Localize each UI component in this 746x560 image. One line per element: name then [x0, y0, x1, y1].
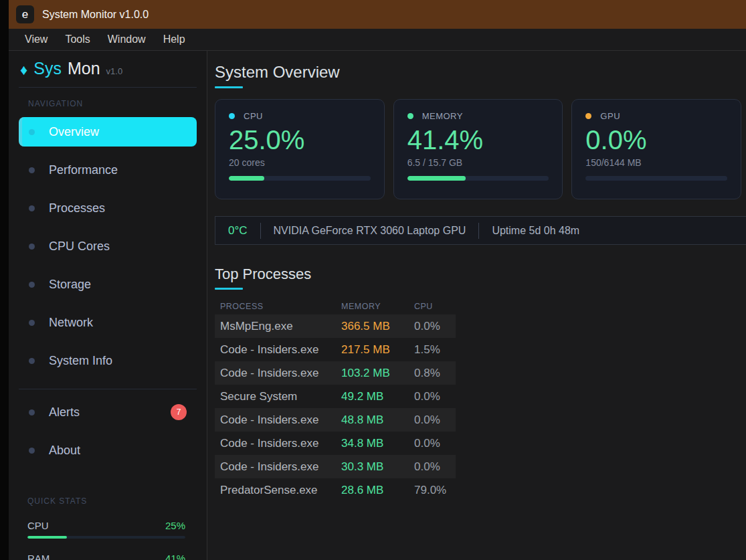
- titlebar: e System Monitor v1.0.0: [9, 0, 746, 29]
- alerts-count-badge: 7: [171, 404, 187, 420]
- process-memory: 28.6 MB: [341, 484, 414, 497]
- top-processes-title: Top Processes: [215, 266, 746, 283]
- stat-card-progress-track: [585, 176, 727, 181]
- process-table-header: PROCESS MEMORY CPU: [215, 298, 456, 314]
- process-cpu: 0.0%: [414, 437, 456, 450]
- column-header-cpu: CPU: [414, 302, 456, 311]
- sidebar-divider: [19, 389, 197, 389]
- menu-item[interactable]: Tools: [56, 31, 98, 48]
- process-memory: 30.3 MB: [341, 460, 414, 474]
- table-row: PredatorSense.exe 28.6 MB 79.0%: [215, 478, 456, 502]
- title-accent-underline: [215, 288, 243, 290]
- brand-name-secondary: Mon: [68, 59, 100, 78]
- quick-stats-label: QUICK STATS: [27, 496, 185, 506]
- process-table-body: MsMpEng.exe 366.5 MB 0.0% Code - Insider…: [215, 314, 456, 502]
- bullet-icon: [29, 129, 35, 135]
- quick-stat-progress-fill: [27, 536, 67, 539]
- title-accent-underline: [215, 86, 243, 88]
- process-cpu: 0.0%: [414, 390, 456, 403]
- menu-item[interactable]: Window: [99, 31, 155, 48]
- process-memory: 103.2 MB: [341, 367, 414, 380]
- table-row: Code - Insiders.exe 34.8 MB 0.0%: [215, 432, 456, 455]
- quick-stats-panel: QUICK STATS CPU 25% RAM 41%: [19, 496, 197, 560]
- nav-item[interactable]: Storage: [19, 270, 197, 299]
- nav-item-label: System Info: [49, 354, 112, 368]
- stat-card: CPU 25.0% 20 cores: [215, 99, 385, 199]
- stat-card-progress-track: [229, 176, 371, 181]
- stat-card-progress-fill: [229, 176, 264, 181]
- electron-app-icon: e: [16, 5, 34, 23]
- nav-item[interactable]: Network: [19, 308, 197, 337]
- bullet-icon: [29, 205, 35, 211]
- stat-card-subtext: 20 cores: [229, 157, 371, 168]
- nav-item-label: Processes: [49, 201, 105, 215]
- stat-card-progress-track: [407, 176, 549, 181]
- process-name: Code - Insiders.exe: [220, 343, 341, 357]
- column-header-process: PROCESS: [220, 302, 341, 311]
- stat-card: GPU 0.0% 150/6144 MB: [571, 99, 741, 199]
- info-bar-divider: [478, 223, 479, 239]
- quick-stat-label: CPU: [27, 520, 49, 531]
- stat-card: MEMORY 41.4% 6.5 / 15.7 GB: [393, 99, 563, 199]
- bullet-icon: [29, 409, 35, 415]
- menu-item[interactable]: Help: [155, 31, 194, 48]
- bullet-icon: [29, 167, 35, 173]
- table-row: Code - Insiders.exe 103.2 MB 0.8%: [215, 361, 456, 385]
- nav-item[interactable]: Alerts 7: [19, 397, 197, 427]
- window-title: System Monitor v1.0.0: [42, 9, 149, 21]
- quick-stat-label: RAM: [27, 553, 50, 560]
- stat-card-progress-fill: [407, 176, 466, 181]
- sidebar: ♦ Sys Mon v1.0 NAVIGATION Overview Perfo…: [9, 51, 207, 560]
- quick-stat: RAM 41%: [27, 553, 185, 560]
- app-logo: ♦ Sys Mon v1.0: [19, 59, 197, 78]
- process-cpu: 0.0%: [414, 320, 456, 333]
- process-memory: 49.2 MB: [341, 390, 414, 403]
- page-title: System Overview: [215, 63, 746, 82]
- nav-item-label: Network: [49, 316, 93, 330]
- bullet-icon: [29, 358, 35, 364]
- nav-item[interactable]: CPU Cores: [19, 231, 197, 261]
- table-row: MsMpEng.exe 366.5 MB 0.0%: [215, 314, 456, 338]
- navigation-section-label: NAVIGATION: [28, 99, 197, 108]
- menu-item[interactable]: View: [16, 31, 56, 48]
- process-name: Code - Insiders.exe: [220, 437, 341, 450]
- nav-item-label: About: [49, 444, 80, 458]
- table-row: Code - Insiders.exe 217.5 MB 1.5%: [215, 338, 456, 361]
- nav-item-label: Overview: [49, 125, 99, 139]
- menubar: ViewToolsWindowHelp: [9, 29, 746, 51]
- process-cpu: 0.0%: [414, 413, 456, 427]
- table-row: Secure System 49.2 MB 0.0%: [215, 385, 456, 408]
- gpu-temperature: 0°C: [228, 224, 248, 238]
- table-row: Code - Insiders.exe 48.8 MB 0.0%: [215, 408, 456, 432]
- stat-cards-row: CPU 25.0% 20 cores MEMORY 41.4%: [215, 99, 741, 199]
- nav-item[interactable]: System Info: [19, 346, 197, 375]
- process-name: MsMpEng.exe: [220, 320, 341, 333]
- quick-stat-value: 41%: [165, 553, 185, 560]
- nav-item[interactable]: Performance: [19, 155, 197, 185]
- nav-item-label: Performance: [49, 163, 118, 177]
- process-name: Secure System: [220, 390, 341, 403]
- process-cpu: 0.8%: [414, 367, 456, 380]
- status-dot-icon: [229, 113, 235, 119]
- app-version: v1.0: [106, 66, 123, 76]
- stat-card-label: CPU: [244, 111, 263, 121]
- process-memory: 366.5 MB: [341, 320, 414, 333]
- nav-item-label: Alerts: [49, 405, 80, 419]
- stat-card-value: 41.4%: [407, 124, 549, 155]
- nav-item-label: CPU Cores: [49, 240, 110, 254]
- secondary-navigation: Alerts 7 About: [19, 397, 197, 474]
- bullet-icon: [29, 282, 35, 288]
- nav-item[interactable]: About: [19, 436, 197, 465]
- table-row: Code - Insiders.exe 30.3 MB 0.0%: [215, 455, 456, 478]
- process-memory: 48.8 MB: [341, 413, 414, 427]
- process-name: Code - Insiders.exe: [220, 413, 341, 427]
- uptime: Uptime 5d 0h 48m: [492, 225, 579, 237]
- status-dot-icon: [585, 113, 591, 119]
- main-content: System Overview CPU 25.0% 20 cores: [207, 51, 746, 560]
- nav-item[interactable]: Processes: [19, 193, 197, 223]
- primary-navigation: Overview Performance Processes CPU Cores…: [19, 117, 197, 384]
- status-dot-icon: [407, 113, 413, 119]
- brand-name-primary: Sys: [33, 59, 62, 78]
- nav-item[interactable]: Overview: [19, 117, 197, 147]
- sidebar-divider: [19, 87, 197, 88]
